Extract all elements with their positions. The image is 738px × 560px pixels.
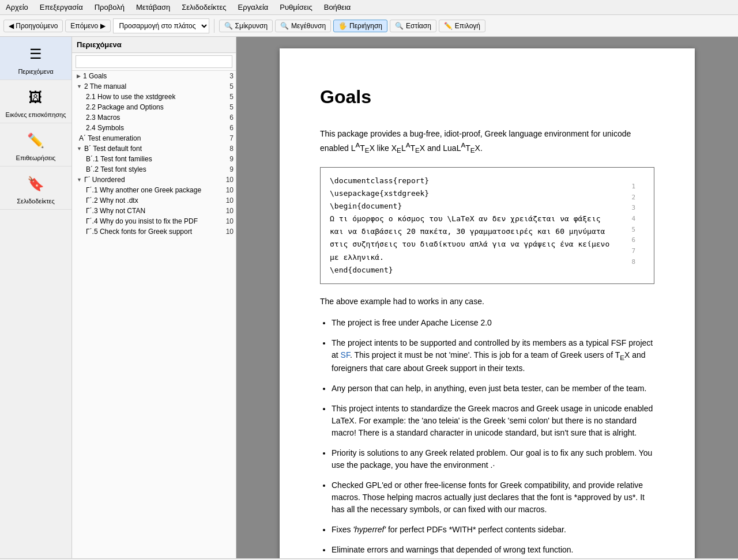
tree-label: Γ΄.2 Why not .dtx: [86, 196, 138, 205]
focus-icon: 🔍: [395, 22, 404, 30]
zoom-out-icon: 🔍: [224, 22, 233, 30]
tree-item[interactable]: 2.4 Symbols6: [72, 123, 236, 133]
tree-item[interactable]: ▼Γ΄ Unordered10: [72, 175, 236, 185]
tree-label: Β΄ Test default font: [84, 145, 142, 153]
review-icon: ✏️: [24, 129, 47, 152]
page-heading: Goals: [320, 83, 654, 111]
tree-label: Α΄ Test enumeration: [79, 134, 141, 142]
tree-item[interactable]: Β΄.2 Test font styles9: [72, 164, 236, 175]
sidebar-item-contents[interactable]: ☰ Περιεχόμενα: [0, 37, 71, 80]
tree-page-num: 10: [221, 196, 234, 205]
forward-button[interactable]: Επόμενο ▶: [65, 20, 110, 32]
tree-label: 2 The manual: [84, 82, 126, 90]
tree-page-num: 10: [221, 207, 234, 215]
menu-settings[interactable]: Ρυθμίσεις: [277, 2, 314, 13]
tree-label: 2.3 Macros: [86, 113, 120, 122]
tree-item[interactable]: 2.1 How to use the xstdgreek5: [72, 92, 236, 102]
tree-item[interactable]: Γ΄.1 Why another one Greek package10: [72, 185, 236, 195]
bullet-item-1: The project intents to be supported and …: [332, 337, 654, 374]
menu-edit[interactable]: Επεξεργασία: [37, 2, 85, 13]
back-button[interactable]: ◀ Προηγούμενο: [3, 20, 63, 32]
zoom-in-button[interactable]: 🔍 Μεγέθυνση: [275, 20, 331, 32]
select-button[interactable]: ✏️ Επιλογή: [439, 20, 485, 32]
menu-bookmarks[interactable]: Σελιδοδείκτες: [179, 2, 228, 13]
tree-page-num: 7: [222, 134, 234, 142]
menu-help[interactable]: Βοήθεια: [322, 2, 353, 13]
bullet-item-7: Eliminate errors and warnings that depen…: [332, 544, 654, 556]
sidebar-item-images[interactable]: 🖼 Εικόνες επισκόπησης: [0, 80, 71, 123]
tree-item[interactable]: Γ΄.3 Why not CTAN10: [72, 206, 236, 216]
tree-page-num: 6: [222, 113, 234, 122]
tree-label: 1 Goals: [83, 72, 107, 80]
bullet-item-6: Fixes 'hyperref' for perfect PDFs *WITH*…: [332, 524, 654, 536]
bullet-item-2: Any person that can help, in anything, e…: [332, 383, 654, 395]
after-code-text: The above example had to works in any ca…: [320, 296, 654, 308]
tree-item[interactable]: 2.3 Macros6: [72, 112, 236, 123]
document-area[interactable]: Goals This package provides a bug-free, …: [236, 37, 738, 558]
separator-1: [214, 19, 214, 33]
contents-search-input[interactable]: [76, 55, 232, 68]
bullet-item-3: This project intents to standardize the …: [332, 403, 654, 439]
zoom-in-icon: 🔍: [280, 22, 289, 30]
tree-arrow: ▼: [77, 84, 82, 89]
tree-page-num: 3: [222, 72, 234, 80]
tree-item[interactable]: Α΄ Test enumeration7: [72, 133, 236, 143]
tree-label: Γ΄.5 Check fonts for Greek support: [86, 228, 192, 236]
tree-label: 2.1 How to use the xstdgreek: [86, 93, 175, 101]
menu-navigate[interactable]: Μετάβαση: [134, 2, 172, 13]
tree-page-num: 10: [221, 176, 234, 184]
sidebar-item-bookmarks[interactable]: 🔖 Σελιδοδείκτες: [0, 167, 71, 210]
tree-arrow: ▼: [77, 177, 82, 183]
menu-view[interactable]: Προβολή: [92, 2, 127, 13]
tree-label: Γ΄.3 Why not CTAN: [86, 207, 145, 215]
tree-label: Γ΄.4 Why do you insist to fix the PDF: [86, 217, 198, 225]
browse-button[interactable]: 🖐 Περιήγηση: [333, 20, 387, 32]
tree-label: Γ΄.1 Why another one Greek package: [86, 186, 201, 194]
tree-label: 2.2 Package and Options: [86, 103, 164, 111]
tree-label: Β΄.2 Test font styles: [86, 165, 146, 173]
tree-item[interactable]: ▼Β΄ Test default font8: [72, 143, 236, 154]
tree-label: Γ΄ Unordered: [84, 176, 125, 184]
intro-text: This package provides a bug-free, idiot-…: [320, 128, 654, 156]
tree-label: Β΄.1 Test font families: [86, 155, 152, 163]
contents-header: Περιεχόμενα: [72, 37, 236, 53]
tree-item[interactable]: ▶1 Goals3: [72, 71, 236, 81]
menu-file[interactable]: Αρχείο: [3, 2, 31, 13]
tree-page-num: 8: [222, 145, 234, 153]
select-icon: ✏️: [444, 22, 453, 30]
toolbar: ◀ Προηγούμενο Επόμενο ▶ Προσαρμογή στο π…: [0, 15, 738, 37]
tree-item[interactable]: Γ΄.5 Check fonts for Greek support10: [72, 226, 236, 237]
tree-page-num: 10: [221, 186, 234, 194]
tree-page-num: 10: [221, 228, 234, 236]
sidebar-label-review: Επιθεωρήσεις: [16, 154, 56, 161]
tree-page-num: 5: [222, 93, 234, 101]
contents-panel: Περιεχόμενα ▶1 Goals3▼2 The manual52.1 H…: [72, 37, 236, 558]
tree-item[interactable]: Β΄.1 Test font families9: [72, 154, 236, 164]
line-numbers: 1 2 3 4 5 6 7 8: [628, 181, 640, 268]
bullet-item-4: Priority is solutions to any Greek relat…: [332, 447, 654, 471]
sidebar-item-review[interactable]: ✏️ Επιθεωρήσεις: [0, 123, 71, 167]
tree-arrow: ▼: [77, 146, 82, 152]
sidebar-label-images: Εικόνες επισκόπησης: [6, 111, 66, 118]
sidebar-label-bookmarks: Σελιδοδείκτες: [17, 198, 54, 205]
browse-icon: 🖐: [338, 22, 347, 30]
bookmarks-icon: 🔖: [24, 172, 47, 195]
tree-item[interactable]: 2.2 Package and Options5: [72, 102, 236, 112]
contents-search-area: [72, 53, 236, 71]
tree-item[interactable]: Γ΄.4 Why do you insist to fix the PDF10: [72, 216, 236, 226]
zoom-out-button[interactable]: 🔍 Σμίκρυνση: [219, 20, 273, 32]
menu-tools[interactable]: Εργαλεία: [236, 2, 271, 13]
tree-page-num: 5: [222, 82, 234, 90]
focus-button[interactable]: 🔍 Εστίαση: [390, 20, 436, 32]
main-layout: ☰ Περιεχόμενα 🖼 Εικόνες επισκόπησης ✏️ Ε…: [0, 37, 738, 558]
tree-page-num: 9: [222, 165, 234, 173]
bullet-list: The project is free under Apache License…: [332, 317, 654, 556]
tree-item[interactable]: ▼2 The manual5: [72, 81, 236, 92]
zoom-select[interactable]: Προσαρμογή στο πλάτος: [113, 18, 209, 33]
images-icon: 🖼: [24, 86, 47, 109]
document-page: Goals This package provides a bug-free, …: [280, 48, 695, 558]
tree-item[interactable]: Γ΄.2 Why not .dtx10: [72, 195, 236, 206]
sidebar: ☰ Περιεχόμενα 🖼 Εικόνες επισκόπησης ✏️ Ε…: [0, 37, 72, 558]
bullet-item-0: The project is free under Apache License…: [332, 317, 654, 329]
sf-link[interactable]: SF: [341, 350, 350, 360]
